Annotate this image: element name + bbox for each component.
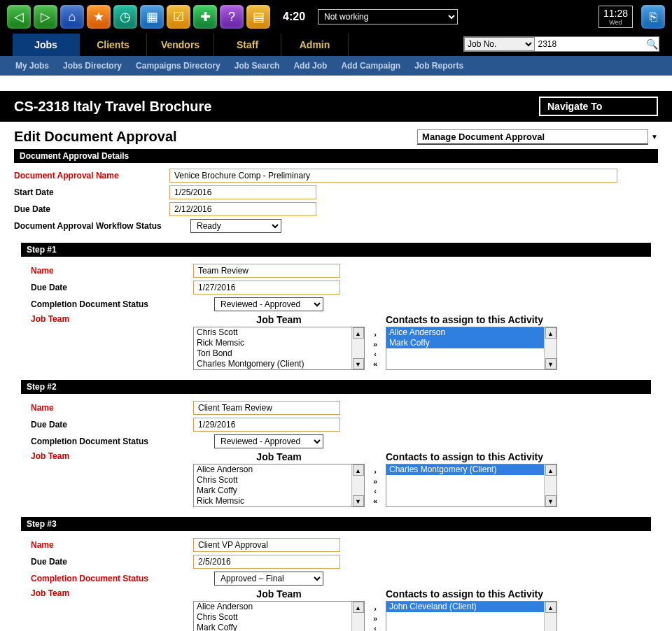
list-item[interactable]: Mark Coffy	[194, 485, 351, 496]
tab-staff[interactable]: Staff	[214, 34, 281, 56]
calendar-icon[interactable]: ▦	[140, 5, 164, 29]
list-item[interactable]: Alice Anderson	[194, 602, 351, 612]
list-item[interactable]: Charles Montgomery (Client)	[386, 465, 544, 475]
home-icon[interactable]: ⌂	[60, 5, 84, 29]
manage-approval-select[interactable]: Manage Document Approval	[417, 129, 648, 145]
list-item[interactable]: Tori Bond	[194, 348, 351, 359]
exit-icon[interactable]: ⎘	[641, 5, 665, 29]
scrollbar[interactable]: ▲ ▼	[351, 602, 364, 631]
label-step2-completion: Completion Document Status	[31, 437, 186, 446]
scrollbar[interactable]: ▲ ▼	[544, 465, 556, 506]
heading-step3-jobteam: Job Team	[193, 588, 365, 600]
scrollbar[interactable]: ▲ ▼	[544, 602, 556, 631]
list-item[interactable]: John Cleveland (Client)	[386, 602, 544, 612]
scrollbar[interactable]: ▲ ▼	[351, 327, 364, 369]
subnav-job-search[interactable]: Job Search	[234, 61, 280, 71]
jobno-type-select[interactable]: Job No.	[464, 37, 535, 51]
subnav-campaigns-directory[interactable]: Campaigns Directory	[136, 61, 220, 71]
scroll-up-icon[interactable]: ▲	[353, 327, 364, 339]
select-step2-completion[interactable]: Reviewed - Approved	[214, 434, 323, 448]
tab-vendors[interactable]: Vendors	[147, 34, 214, 56]
move-right-button[interactable]: ›	[374, 329, 377, 339]
scrollbar[interactable]: ▲ ▼	[351, 465, 364, 506]
move-left-button[interactable]: ‹	[374, 623, 377, 631]
forward-icon[interactable]: ▷	[34, 5, 57, 29]
scroll-up-icon[interactable]: ▲	[545, 602, 556, 613]
navigate-to-select[interactable]: Navigate To	[539, 97, 658, 116]
scroll-down-icon[interactable]: ▼	[353, 358, 364, 369]
move-all-left-button[interactable]: «	[373, 359, 377, 369]
move-all-right-button[interactable]: »	[373, 476, 377, 486]
subnav-add-job[interactable]: Add Job	[293, 61, 327, 71]
label-step3-jobteam: Job Team	[31, 588, 186, 598]
input-step2-due[interactable]	[193, 418, 340, 432]
list-item[interactable]: Charles Montgomery (Client)	[194, 359, 351, 369]
help-icon[interactable]: ?	[220, 5, 244, 29]
list-item[interactable]: Alice Anderson	[386, 327, 544, 338]
section-approval-details: Document Approval Details	[14, 149, 658, 163]
scroll-up-icon[interactable]: ▲	[353, 465, 364, 476]
move-left-button[interactable]: ‹	[374, 486, 377, 496]
move-left-button[interactable]: ‹	[374, 349, 377, 359]
chevron-down-icon[interactable]: ▼	[648, 133, 658, 141]
main-nav: Jobs Clients Vendors Staff Admin Job No.…	[0, 34, 672, 56]
list-item[interactable]: Mark Coffy	[386, 338, 544, 348]
search-icon[interactable]: 🔍	[645, 38, 659, 50]
select-workflow-status[interactable]: Ready	[190, 219, 281, 233]
input-step1-name[interactable]	[193, 264, 340, 278]
input-step3-due[interactable]	[193, 555, 340, 569]
scroll-down-icon[interactable]: ▼	[545, 495, 556, 506]
input-due-date[interactable]	[169, 202, 316, 216]
move-all-right-button[interactable]: »	[373, 614, 377, 623]
move-all-left-button[interactable]: «	[373, 496, 377, 506]
scroll-up-icon[interactable]: ▲	[353, 602, 364, 613]
listbox-step1-contacts[interactable]: Alice Anderson Mark Coffy ▲ ▼	[386, 327, 557, 370]
label-approval-name: Document Approval Name	[14, 171, 169, 180]
listbox-step3-jobteam[interactable]: Alice Anderson Chris Scott Mark Coffy Ri…	[193, 601, 365, 631]
select-step3-completion[interactable]: Approved – Final	[214, 572, 323, 586]
subnav-add-campaign[interactable]: Add Campaign	[341, 61, 400, 71]
input-step1-due[interactable]	[193, 281, 340, 295]
listbox-step2-contacts[interactable]: Charles Montgomery (Client) ▲ ▼	[386, 464, 557, 507]
scroll-up-icon[interactable]: ▲	[545, 327, 556, 339]
back-icon[interactable]: ◁	[7, 5, 31, 29]
select-step1-completion[interactable]: Reviewed - Approved	[214, 297, 323, 311]
jobno-input[interactable]	[535, 37, 645, 51]
listbox-step1-jobteam[interactable]: Chris Scott Rick Memsic Tori Bond Charle…	[193, 327, 365, 370]
scroll-down-icon[interactable]: ▼	[545, 358, 556, 369]
tab-clients[interactable]: Clients	[80, 34, 147, 56]
clock-icon[interactable]: ◷	[113, 5, 137, 29]
input-approval-name[interactable]	[169, 169, 617, 183]
scroll-down-icon[interactable]: ▼	[353, 495, 364, 506]
status-select[interactable]: Not working	[318, 9, 458, 24]
subnav-my-jobs[interactable]: My Jobs	[15, 61, 49, 71]
list-item[interactable]: Alice Anderson	[194, 465, 351, 475]
plus-icon[interactable]: ✚	[193, 5, 217, 29]
tab-admin[interactable]: Admin	[281, 34, 349, 56]
input-start-date[interactable]	[169, 185, 316, 199]
checklist-icon[interactable]: ☑	[167, 5, 190, 29]
list-item[interactable]: Chris Scott	[194, 612, 351, 623]
listbox-step3-contacts[interactable]: John Cleveland (Client) ▲ ▼	[386, 601, 557, 631]
move-all-right-button[interactable]: »	[373, 339, 377, 349]
page-title-bar: CS-2318 Italy Travel Brochure Navigate T…	[0, 91, 672, 122]
listbox-step2-jobteam[interactable]: Alice Anderson Chris Scott Mark Coffy Ri…	[193, 464, 365, 507]
scroll-up-icon[interactable]: ▲	[545, 465, 556, 476]
subnav-job-reports[interactable]: Job Reports	[414, 61, 463, 71]
move-right-button[interactable]: ›	[374, 467, 377, 476]
label-step3-completion: Completion Document Status	[31, 574, 186, 583]
tab-jobs[interactable]: Jobs	[13, 34, 80, 56]
subnav-jobs-directory[interactable]: Jobs Directory	[63, 61, 122, 71]
document-icon[interactable]: ▤	[246, 5, 270, 29]
scrollbar[interactable]: ▲ ▼	[544, 327, 556, 369]
input-step2-name[interactable]	[193, 401, 340, 415]
list-item[interactable]: Rick Memsic	[194, 496, 351, 506]
star-icon[interactable]: ★	[87, 5, 111, 29]
move-right-button[interactable]: ›	[374, 604, 377, 614]
label-step2-jobteam: Job Team	[31, 451, 186, 461]
list-item[interactable]: Mark Coffy	[194, 623, 351, 631]
input-step3-name[interactable]	[193, 538, 340, 552]
list-item[interactable]: Rick Memsic	[194, 338, 351, 348]
list-item[interactable]: Chris Scott	[194, 327, 351, 338]
list-item[interactable]: Chris Scott	[194, 475, 351, 485]
